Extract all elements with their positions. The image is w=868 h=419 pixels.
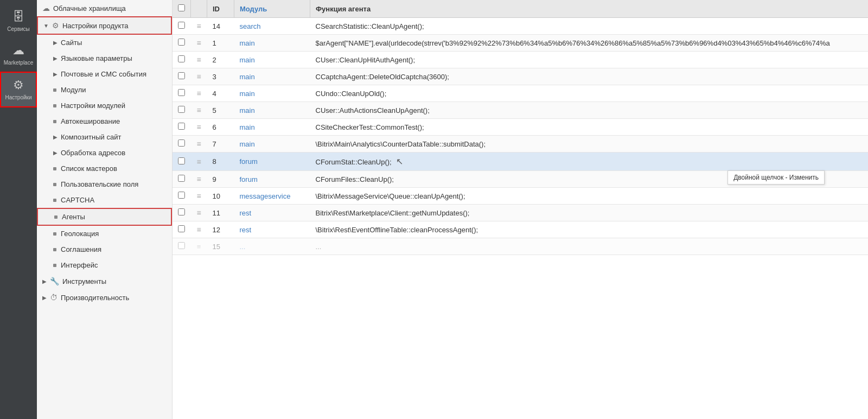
drag-handle[interactable]: ≡	[191, 18, 207, 35]
address-label: Обработка адресов	[61, 149, 125, 157]
row-checkbox[interactable]	[178, 192, 185, 199]
select-all-checkbox[interactable]	[178, 4, 185, 11]
partial-module-link[interactable]: ...	[240, 243, 246, 251]
table-row[interactable]: ≡4mainCUndo::CleanUpOld();	[173, 85, 868, 102]
nav-interface[interactable]: Интерфейс	[37, 257, 172, 273]
row-module[interactable]: search	[234, 18, 310, 35]
drag-handle[interactable]: ≡	[191, 136, 207, 153]
row-checkbox[interactable]	[178, 242, 185, 249]
nav-composite-site[interactable]: ▶ Композитный сайт	[37, 129, 172, 145]
module-link[interactable]: main	[240, 90, 255, 98]
nav-cloud-storage[interactable]: ☁ Облачные хранилища	[37, 0, 172, 16]
row-checkbox[interactable]	[178, 139, 185, 147]
drag-handle[interactable]: ≡	[191, 68, 207, 85]
nav-captcha[interactable]: CAPTCHA	[37, 192, 172, 208]
table-row[interactable]: ≡9forumCForumFiles::CleanUp();	[173, 171, 868, 188]
nav-agents[interactable]: Агенты	[37, 208, 172, 226]
drag-icon: ≡	[196, 123, 201, 131]
nav-autocaching[interactable]: Автокеширование	[37, 113, 172, 129]
nav-sites[interactable]: ▶ Сайты	[37, 35, 172, 50]
row-checkbox[interactable]	[178, 208, 185, 215]
row-module[interactable]: messageservice	[234, 188, 310, 205]
nav-performance[interactable]: ▶ ⏱ Производительность	[37, 289, 172, 306]
row-function: Bitrix\Rest\Marketplace\Client::getNumUp…	[310, 205, 869, 221]
table-row[interactable]: ≡11restBitrix\Rest\Marketplace\Client::g…	[173, 205, 868, 221]
drag-handle[interactable]: ≡	[191, 52, 207, 68]
table-row[interactable]: ≡3mainCCaptchaAgent::DeleteOldCaptcha(36…	[173, 68, 868, 85]
row-module[interactable]: main	[234, 119, 310, 136]
nav-address-handling[interactable]: ▶ Обработка адресов	[37, 145, 172, 161]
sidebar-item-services[interactable]: 🗄 Сервисы	[0, 4, 37, 38]
module-link[interactable]: forum	[240, 157, 258, 166]
row-checkbox[interactable]	[178, 22, 185, 29]
product-settings-label: Настройки продукта	[62, 22, 129, 30]
drag-handle[interactable]: ≡	[191, 85, 207, 102]
sidebar-item-settings[interactable]: ⚙ Настройки	[0, 72, 37, 107]
module-link[interactable]: main	[240, 140, 255, 148]
module-link[interactable]: rest	[240, 226, 252, 234]
nav-lang-params[interactable]: ▶ Языковые параметры	[37, 50, 172, 66]
module-link[interactable]: main	[240, 56, 255, 64]
module-link[interactable]: rest	[240, 209, 252, 217]
drag-handle[interactable]: ≡	[191, 35, 207, 52]
row-module[interactable]: forum	[234, 153, 310, 171]
module-link[interactable]: messageservice	[240, 192, 291, 200]
row-module[interactable]: main	[234, 136, 310, 153]
header-checkbox[interactable]	[173, 0, 191, 18]
row-checkbox[interactable]	[178, 225, 185, 232]
row-function: $arAgent["NAME"].eval(urldecode(strrev('…	[310, 35, 869, 52]
drag-icon: ≡	[196, 55, 201, 64]
module-link[interactable]: main	[240, 73, 255, 81]
nav-modules[interactable]: Модули	[37, 82, 172, 98]
row-module[interactable]: main	[234, 68, 310, 85]
table-row[interactable]: ≡6mainCSiteCheckerTest::CommonTest();	[173, 119, 868, 136]
drag-handle[interactable]: ≡	[191, 205, 207, 221]
row-checkbox[interactable]	[178, 157, 185, 164]
header-drag	[191, 0, 207, 18]
row-module[interactable]: forum	[234, 171, 310, 188]
sidebar-item-marketplace[interactable]: ☁ Marketplace	[0, 38, 37, 72]
drag-handle[interactable]: ≡	[191, 221, 207, 238]
drag-handle[interactable]: ≡	[191, 153, 207, 171]
row-checkbox[interactable]	[178, 123, 185, 130]
nav-tools[interactable]: ▶ 🔧 Инструменты	[37, 273, 172, 289]
row-module[interactable]: main	[234, 85, 310, 102]
table-container[interactable]: ID Модуль Функция агента ≡14searchCSearc…	[173, 0, 868, 419]
row-checkbox[interactable]	[178, 55, 185, 62]
module-link[interactable]: main	[240, 39, 255, 47]
nav-custom-fields[interactable]: Пользовательские поля	[37, 176, 172, 192]
nav-module-settings[interactable]: Настройки модулей	[37, 98, 172, 113]
module-link[interactable]: main	[240, 123, 255, 131]
row-module[interactable]: rest	[234, 205, 310, 221]
table-row[interactable]: ≡1main$arAgent["NAME"].eval(urldecode(st…	[173, 35, 868, 52]
row-module[interactable]: main	[234, 102, 310, 119]
drag-handle[interactable]: ≡	[191, 171, 207, 188]
agents-label: Агенты	[62, 213, 85, 221]
row-checkbox[interactable]	[178, 39, 185, 46]
module-link[interactable]: search	[240, 22, 261, 30]
drag-handle[interactable]: ≡	[191, 119, 207, 136]
row-module[interactable]: main	[234, 52, 310, 68]
nav-product-settings[interactable]: ▼ ⚙ Настройки продукта	[37, 16, 172, 35]
table-row[interactable]: ≡10messageservice\Bitrix\MessageService\…	[173, 188, 868, 205]
nav-geolocation[interactable]: Геолокация	[37, 226, 172, 242]
table-row[interactable]: ≡5mainCUser::AuthActionsCleanUpAgent();	[173, 102, 868, 119]
row-module[interactable]: rest	[234, 221, 310, 238]
row-checkbox[interactable]	[178, 89, 185, 96]
table-row[interactable]: ≡7main\Bitrix\Main\Analytics\CounterData…	[173, 136, 868, 153]
module-link[interactable]: main	[240, 106, 255, 115]
table-row[interactable]: ≡14searchCSearchStatistic::CleanUpAgent(…	[173, 18, 868, 35]
row-checkbox[interactable]	[178, 72, 185, 79]
table-row[interactable]: ≡12rest\Bitrix\Rest\EventOfflineTable::c…	[173, 221, 868, 238]
nav-agreements[interactable]: Соглашения	[37, 242, 172, 257]
table-row[interactable]: ≡8forumCForumStat::CleanUp();↖Двойной ще…	[173, 153, 868, 171]
drag-handle[interactable]: ≡	[191, 102, 207, 119]
row-module[interactable]: main	[234, 35, 310, 52]
nav-masters-list[interactable]: Список мастеров	[37, 161, 172, 176]
row-checkbox[interactable]	[178, 175, 185, 182]
module-link[interactable]: forum	[240, 175, 258, 183]
row-checkbox[interactable]	[178, 106, 185, 113]
drag-handle[interactable]: ≡	[191, 188, 207, 205]
nav-mail-sms[interactable]: ▶ Почтовые и СМС события	[37, 66, 172, 82]
table-row[interactable]: ≡2mainCUser::CleanUpHitAuthAgent();	[173, 52, 868, 68]
